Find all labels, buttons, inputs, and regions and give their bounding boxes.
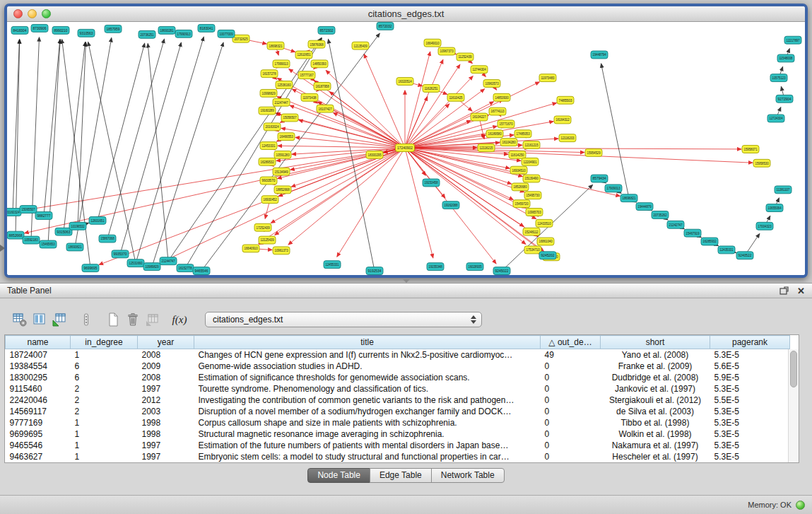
network-node[interactable]: 18698321 <box>267 42 284 49</box>
network-node[interactable]: 9245022 <box>493 267 510 275</box>
network-node[interactable]: 10967373 <box>438 47 455 55</box>
network-node[interactable]: 15495730 <box>524 192 541 199</box>
network-node[interactable]: 16157278 <box>261 70 278 78</box>
zoom-window-button[interactable] <box>42 9 51 18</box>
network-node[interactable]: 10196532 <box>69 222 86 230</box>
network-node[interactable]: 12610651 <box>295 51 312 59</box>
tab-edge-table[interactable]: Edge Table <box>370 468 432 483</box>
window-titlebar[interactable]: citations_edges.txt <box>7 6 805 22</box>
network-node[interactable]: 15958071 <box>742 146 759 153</box>
network-node[interactable]: 21242747 <box>667 221 684 228</box>
network-node[interactable]: 17252439 <box>254 223 271 231</box>
network-node[interactable]: 9310563 <box>78 29 95 37</box>
table-row[interactable]: 1938455462009Genome-wide association stu… <box>6 361 790 372</box>
column-header-short[interactable]: short <box>601 336 710 349</box>
network-node[interactable]: 9882777 <box>35 212 52 220</box>
tab-network-table[interactable]: Network Table <box>431 468 505 483</box>
close-panel-icon[interactable]: ✕ <box>797 286 805 296</box>
network-node[interactable]: 19162088 <box>442 201 459 209</box>
network-node[interactable]: 16774113 <box>489 107 506 115</box>
network-node[interactable]: 19153458 <box>423 179 440 187</box>
network-node[interactable]: 8572032 <box>377 22 394 30</box>
network-node[interactable]: 7485503 <box>557 96 574 104</box>
network-node[interactable]: 8579434 <box>591 175 608 182</box>
network-node[interactable]: 16187958 <box>314 83 331 90</box>
network-node[interactable]: 15459720 <box>513 200 530 208</box>
network-node[interactable]: 11973483 <box>539 74 556 82</box>
network-node[interactable]: 8572302 <box>318 26 335 34</box>
network-node[interactable]: 9699695 <box>82 264 99 272</box>
network-node[interactable]: 18852668 <box>274 186 291 194</box>
table-row[interactable]: 969969511998Structural magnetic resonanc… <box>6 428 790 440</box>
column-header-pagerank[interactable]: pagerank <box>710 336 790 349</box>
network-node[interactable]: 16152778 <box>177 264 194 272</box>
network-node[interactable]: 16640910 <box>242 245 259 252</box>
network-node[interactable]: 15876068 <box>308 40 325 48</box>
network-node[interactable]: 10989829 <box>143 263 160 271</box>
network-node[interactable]: 15867068 <box>99 235 116 243</box>
network-node[interactable]: 10077009 <box>218 30 235 37</box>
network-node[interactable]: 12116215 <box>478 144 495 152</box>
table-mode-icon[interactable] <box>10 311 30 328</box>
column-header-name[interactable]: name <box>6 336 71 349</box>
network-node[interactable]: 16104227 <box>471 113 488 121</box>
float-panel-icon[interactable] <box>779 286 789 295</box>
table-selector-dropdown[interactable]: citations_edges.txt <box>205 312 482 327</box>
network-node[interactable]: 12744304 <box>471 66 488 74</box>
network-node[interactable]: 21244747 <box>160 257 177 265</box>
network-node[interactable]: 17909013 <box>605 185 622 192</box>
network-node[interactable]: 12531660 <box>127 259 144 267</box>
network-node[interactable]: 20160324 <box>7 209 21 216</box>
delete-table-icon[interactable] <box>123 311 143 328</box>
network-node[interactable]: 15139490 <box>523 175 540 182</box>
network-node[interactable]: 21247447 <box>273 98 290 106</box>
network-node[interactable]: 11381107 <box>775 186 792 194</box>
network-node[interactable]: 12435331 <box>718 246 735 254</box>
network-node[interactable]: 19448794 <box>591 51 608 59</box>
network-node[interactable]: 8418304 <box>11 26 28 34</box>
network-node[interactable]: 8730906 <box>31 24 48 32</box>
table-row[interactable]: 946362711997Embryonic stem cells: a mode… <box>6 451 790 462</box>
network-node[interactable]: 11548008 <box>777 54 794 62</box>
close-window-button[interactable] <box>13 9 23 18</box>
table-scrollbar[interactable] <box>788 349 799 462</box>
network-node[interactable]: 10655064 <box>766 204 783 212</box>
table-row[interactable]: 977716911998Corpus callosum shape and si… <box>6 417 790 428</box>
network-node[interactable]: 16107427 <box>317 105 334 112</box>
network-node[interactable]: 15056507 <box>281 114 298 122</box>
column-header-title[interactable]: title <box>194 336 541 349</box>
network-node[interactable]: 9933570 <box>260 177 277 185</box>
network-node[interactable]: 15771670 <box>498 120 514 128</box>
network-node[interactable]: 14850393 <box>311 60 328 68</box>
network-node[interactable]: 16861040 <box>537 238 554 245</box>
network-node[interactable]: 12116203 <box>559 134 576 142</box>
network-node[interactable]: 20736251 <box>139 30 155 38</box>
network-node[interactable]: 12204901 <box>522 158 539 165</box>
network-node[interactable]: 15248112 <box>523 228 540 235</box>
import-table-disabled-icon[interactable] <box>143 311 163 328</box>
network-node[interactable]: 16104280 <box>500 139 517 146</box>
network-node[interactable]: 9935370 <box>112 250 129 258</box>
network-node[interactable]: 15134949 <box>273 168 290 175</box>
network-node[interactable]: 8990210 <box>52 26 69 34</box>
network-node[interactable]: 9240522 <box>736 252 753 259</box>
network-node[interactable]: 10575123 <box>770 74 787 82</box>
network-node[interactable]: 10963573 <box>483 80 500 88</box>
network-node[interactable]: 18693821 <box>66 243 83 251</box>
network-node[interactable]: 18693281 <box>158 26 175 34</box>
network-node[interactable]: 19155348 <box>427 263 444 271</box>
network-node[interactable]: 20735262 <box>652 211 669 219</box>
network-node[interactable]: 8852668 <box>7 231 24 239</box>
table-row[interactable]: 1830029562008Estimation of significance … <box>6 372 790 383</box>
import-table-icon[interactable] <box>49 311 69 328</box>
table-row[interactable]: 1456911722003Disruption of a novel membe… <box>6 406 790 417</box>
network-node[interactable]: 10592183 <box>23 236 40 244</box>
collapse-panel-arrow[interactable] <box>0 245 5 252</box>
network-node[interactable]: 16320514 <box>396 78 413 86</box>
network-node[interactable]: 12125439 <box>259 236 276 244</box>
network-node[interactable]: 16189580 <box>486 130 503 138</box>
table-row[interactable]: 911546021997Tourette syndrome. Phenomeno… <box>6 383 790 395</box>
network-node[interactable]: 16164312 <box>554 116 571 124</box>
network-node[interactable]: 19160289 <box>259 107 276 115</box>
network-node[interactable]: 16289532 <box>259 158 276 165</box>
